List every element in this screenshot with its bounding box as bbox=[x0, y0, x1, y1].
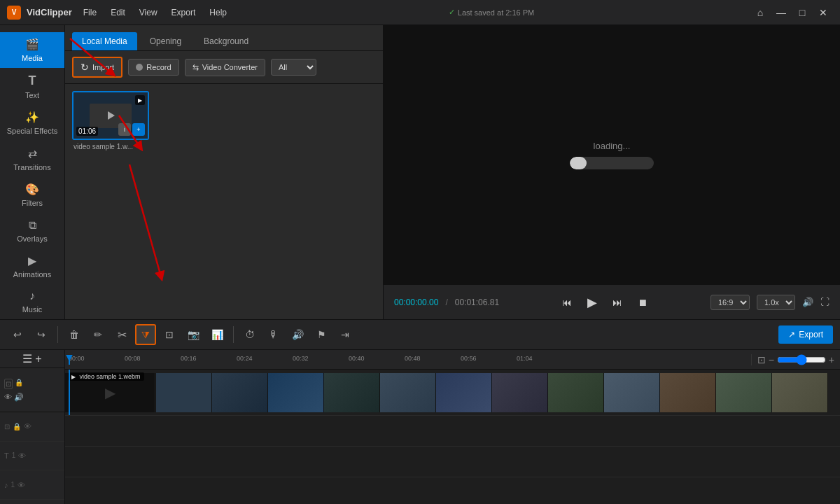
media-grid: ▶ 01:06 i + video sample 1.w... bbox=[65, 84, 383, 319]
subtitle-track bbox=[65, 416, 840, 447]
edit-button[interactable]: ✏ bbox=[88, 324, 108, 345]
preview-area: loading... bbox=[384, 25, 840, 284]
overlays-icon: ⧉ bbox=[29, 219, 36, 232]
visibility-icon[interactable]: 👁 bbox=[4, 393, 12, 402]
timeline-header: ☰ + bbox=[0, 350, 64, 368]
effects-icon: ✨ bbox=[25, 111, 39, 124]
time-separator: / bbox=[445, 298, 447, 307]
clip-thumb-10 bbox=[604, 373, 660, 412]
ruler-marks-container: 00:00 00:08 00:16 00:24 00:32 00:40 00:4… bbox=[69, 355, 748, 362]
media-thumbnail: ▶ 01:06 i + bbox=[72, 91, 149, 140]
stop-button[interactable]: ⏹ bbox=[634, 295, 652, 310]
track-lock-icon[interactable]: ⊡ bbox=[4, 379, 13, 389]
subtitle-lock-icon: 🔒 bbox=[13, 423, 21, 430]
app-name: VidClipper bbox=[27, 7, 72, 18]
record-button[interactable]: Record bbox=[128, 59, 178, 76]
list-item[interactable]: ▶ 01:06 i + video sample 1.w... bbox=[72, 91, 149, 312]
video-converter-button[interactable]: ⇆ Video Converter bbox=[185, 59, 265, 76]
next-frame-button[interactable]: ⏭ bbox=[608, 295, 626, 310]
snapshot-button[interactable]: 📷 bbox=[183, 324, 204, 345]
home-button[interactable]: ⌂ bbox=[750, 3, 770, 22]
sidebar-item-animations[interactable]: ▶ Animations bbox=[0, 248, 64, 284]
clip-thumb-4 bbox=[268, 373, 324, 412]
export-button[interactable]: ↗ Export bbox=[778, 326, 833, 344]
ruler-playhead bbox=[69, 355, 70, 365]
close-button[interactable]: ✕ bbox=[813, 3, 833, 22]
track-playhead bbox=[69, 370, 70, 415]
maximize-button[interactable]: □ bbox=[792, 3, 812, 22]
forward-button[interactable]: ⇥ bbox=[335, 324, 356, 345]
fullscreen-icon[interactable]: ⛶ bbox=[820, 297, 830, 307]
mic-button[interactable]: 🎙 bbox=[263, 324, 284, 345]
sidebar-item-transitions[interactable]: ⇄ Transitions bbox=[0, 141, 64, 177]
menu-edit[interactable]: Edit bbox=[105, 5, 131, 20]
video-track-label: ▶ video sample 1.webm bbox=[68, 372, 144, 381]
timeline-fit-button[interactable]: ⊡ bbox=[757, 354, 766, 365]
menu-file[interactable]: File bbox=[78, 5, 102, 20]
clip-thumb-8 bbox=[492, 373, 548, 412]
tab-background[interactable]: Background bbox=[194, 32, 258, 50]
text-vis-icon[interactable]: 👁 bbox=[18, 451, 26, 460]
media-info-button[interactable]: i bbox=[118, 123, 131, 136]
menu-help[interactable]: Help bbox=[204, 5, 232, 20]
audio1-lock-icon: 1 bbox=[11, 481, 15, 489]
sidebar-item-effects[interactable]: ✨ Special Effects bbox=[0, 105, 64, 141]
sidebar-item-media[interactable]: 🎬 Media bbox=[0, 32, 64, 68]
delete-button[interactable]: 🗑 bbox=[64, 324, 85, 345]
zoom-slider[interactable] bbox=[777, 354, 826, 365]
loading-bar-fill bbox=[570, 157, 587, 169]
media-filter-select[interactable]: All Video Audio Image bbox=[271, 59, 316, 76]
crop-button[interactable]: ⊡ bbox=[159, 324, 180, 345]
export-icon: ↗ bbox=[788, 330, 795, 340]
ruler-mark: 00:56 bbox=[461, 355, 517, 362]
subtitle-vis-icon[interactable]: 👁 bbox=[24, 422, 31, 430]
add-track-button[interactable]: ☰ bbox=[22, 352, 32, 365]
zoom-in-button[interactable]: + bbox=[829, 354, 834, 365]
media-add-button[interactable]: + bbox=[132, 123, 145, 136]
play-button[interactable]: ▶ bbox=[583, 293, 601, 312]
clip-thumb-3 bbox=[212, 373, 268, 412]
filters-icon: 🎨 bbox=[25, 183, 39, 196]
timer-button[interactable]: ⏱ bbox=[239, 324, 260, 345]
import-icon: ↻ bbox=[80, 62, 89, 73]
chart-button[interactable]: 📊 bbox=[206, 324, 227, 345]
sticker-button[interactable]: ⚑ bbox=[311, 324, 332, 345]
ruler-mark: 00:32 bbox=[293, 355, 349, 362]
text-icon: T bbox=[29, 74, 36, 88]
prev-frame-button[interactable]: ⏮ bbox=[558, 295, 576, 310]
menu-view[interactable]: View bbox=[134, 5, 163, 20]
video-clip[interactable]: ▶ bbox=[65, 373, 840, 412]
track-audio-icon[interactable]: 🔒 bbox=[15, 379, 23, 389]
split-button[interactable]: ✂ bbox=[111, 324, 132, 345]
sidebar-item-text[interactable]: T Text bbox=[0, 68, 64, 105]
titlebar-left: V VidClipper File Edit View Export Help bbox=[7, 5, 232, 20]
record-icon bbox=[136, 64, 143, 71]
menu-export[interactable]: Export bbox=[166, 5, 202, 20]
voice-button[interactable]: 🔊 bbox=[287, 324, 308, 345]
tracks-container[interactable]: ▶ video sample 1.webm ▶ bbox=[65, 370, 840, 504]
redo-button[interactable]: ↪ bbox=[31, 324, 52, 345]
undo-button[interactable]: ↩ bbox=[7, 324, 28, 345]
tab-local-media[interactable]: Local Media bbox=[72, 32, 137, 50]
sidebar-item-music[interactable]: ♪ Music bbox=[0, 284, 64, 319]
import-button[interactable]: ↻ Import bbox=[72, 57, 122, 78]
current-time: 00:00:00.00 bbox=[394, 298, 438, 307]
volume-track-icon[interactable]: 🔊 bbox=[14, 393, 24, 402]
sidebar-item-overlays[interactable]: ⧉ Overlays bbox=[0, 213, 64, 248]
speed-select[interactable]: 1.0x 0.5x 1.5x 2.0x bbox=[757, 295, 795, 310]
sidebar-item-filters[interactable]: 🎨 Filters bbox=[0, 177, 64, 213]
tab-opening[interactable]: Opening bbox=[140, 32, 191, 50]
audio1-vis-icon[interactable]: 👁 bbox=[18, 481, 25, 489]
add-button[interactable]: + bbox=[35, 353, 41, 365]
volume-icon[interactable]: 🔊 bbox=[802, 297, 813, 307]
minimize-button[interactable]: — bbox=[771, 3, 791, 22]
aspect-ratio-select[interactable]: 16:9 9:16 4:3 1:1 bbox=[710, 295, 750, 310]
track-vis-icons: ⊡ 🔒 bbox=[4, 379, 24, 389]
clip-thumb-11 bbox=[660, 373, 716, 412]
cut-point-button[interactable]: ⧩ bbox=[135, 324, 156, 345]
zoom-out-button[interactable]: − bbox=[769, 354, 774, 365]
clip-thumb-6 bbox=[380, 373, 436, 412]
text-track bbox=[65, 447, 840, 477]
animations-icon: ▶ bbox=[28, 254, 36, 267]
text-track-icon: T bbox=[4, 451, 9, 460]
